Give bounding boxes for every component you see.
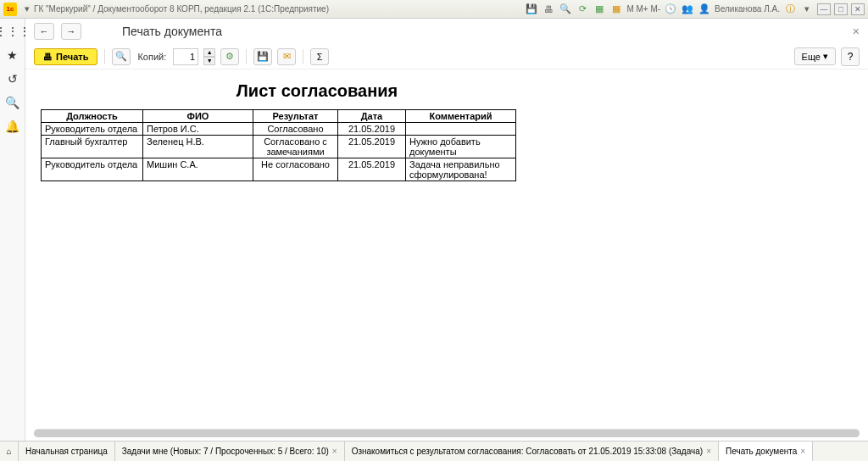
- col-position: Должность: [42, 110, 143, 123]
- chevron-down-icon: ▾: [823, 51, 828, 62]
- horizontal-scrollbar[interactable]: [34, 429, 860, 437]
- table-header-row: Должность ФИО Результат Дата Комментарий: [42, 110, 516, 123]
- tab-tasks[interactable]: Задачи мне (Новых: 7 / Просроченных: 5 /…: [115, 442, 345, 461]
- close-icon[interactable]: ×: [706, 447, 711, 456]
- print-icon[interactable]: 🖶: [542, 3, 555, 16]
- help-button[interactable]: ?: [841, 47, 860, 66]
- clock-icon[interactable]: 🕓: [664, 3, 677, 16]
- mail-button[interactable]: ✉: [277, 48, 296, 65]
- save-icon[interactable]: 💾: [525, 3, 538, 16]
- printer-icon: 🖶: [43, 52, 53, 62]
- copies-input[interactable]: [173, 48, 198, 65]
- star-icon[interactable]: ★: [5, 47, 20, 63]
- col-date: Дата: [338, 110, 406, 123]
- m-label: M M+ M-: [626, 4, 660, 14]
- calculator-icon[interactable]: ▦: [609, 3, 623, 16]
- close-button[interactable]: ✕: [851, 3, 865, 15]
- copies-spinner[interactable]: ▲ ▼: [203, 48, 215, 65]
- page-header: ← → Печать документа ×: [25, 19, 868, 44]
- history-icon[interactable]: ↺: [5, 71, 20, 86]
- sidebar: ⋮⋮⋮ ★ ↺ 🔍 🔔: [0, 19, 25, 441]
- table-row: Руководитель отдела Мишин С.А. Не соглас…: [42, 158, 516, 181]
- refresh-icon[interactable]: ⟳: [576, 3, 589, 16]
- users-icon[interactable]: 👥: [681, 3, 694, 16]
- preview-button[interactable]: 🔍: [112, 48, 131, 65]
- tab-print[interactable]: Печать документа×: [719, 442, 813, 461]
- close-icon[interactable]: ×: [332, 447, 337, 456]
- bottom-tabs: ⌂ Начальная страница Задачи мне (Новых: …: [0, 441, 868, 461]
- spinner-up-icon[interactable]: ▲: [203, 48, 215, 57]
- menu-grid-icon[interactable]: ⋮⋮⋮: [5, 24, 20, 39]
- approval-table: Должность ФИО Результат Дата Комментарий…: [41, 109, 516, 181]
- document-title: Лист согласования: [156, 81, 478, 101]
- dropdown-icon[interactable]: ▾: [20, 3, 34, 16]
- tab-approval[interactable]: Ознакомиться с результатом согласования:…: [345, 442, 719, 461]
- col-result: Результат: [253, 110, 338, 123]
- table-row: Руководитель отдела Петров И.С. Согласов…: [42, 123, 516, 136]
- search-icon[interactable]: 🔍: [5, 95, 20, 110]
- close-icon[interactable]: ×: [800, 447, 805, 456]
- spinner-down-icon[interactable]: ▼: [203, 57, 215, 65]
- back-button[interactable]: ←: [34, 23, 54, 40]
- document-area: Лист согласования Должность ФИО Результа…: [25, 69, 868, 429]
- close-page-icon[interactable]: ×: [853, 25, 860, 38]
- maximize-button[interactable]: □: [834, 3, 848, 15]
- print-button[interactable]: 🖶 Печать: [34, 48, 97, 65]
- toolbar: 🖶 Печать 🔍 Копий: ▲ ▼ ⚙ 💾 ✉ Σ Еще▾ ?: [25, 44, 868, 69]
- app-logo-icon: 1c: [3, 3, 17, 16]
- titlebar: 1c ▾ ГК "Меркурий" / Документооборот 8 К…: [0, 0, 868, 19]
- calendar-icon[interactable]: ▦: [593, 3, 606, 16]
- col-name: ФИО: [143, 110, 253, 123]
- copies-label: Копий:: [137, 52, 166, 62]
- tab-home[interactable]: Начальная страница: [19, 442, 115, 461]
- current-user: Великанова Л.А.: [715, 4, 780, 14]
- save-button[interactable]: 💾: [253, 48, 272, 65]
- col-comment: Комментарий: [406, 110, 516, 123]
- app-title: ГК "Меркурий" / Документооборот 8 КОРП, …: [34, 4, 329, 14]
- info-icon[interactable]: ⓘ: [783, 3, 797, 16]
- page-title: Печать документа: [122, 25, 222, 38]
- forward-button[interactable]: →: [61, 23, 81, 40]
- menu-icon[interactable]: ▾: [800, 3, 814, 16]
- home-icon[interactable]: ⌂: [0, 442, 19, 461]
- more-button[interactable]: Еще▾: [794, 47, 836, 65]
- minimize-button[interactable]: —: [817, 3, 831, 15]
- preview-icon[interactable]: 🔍: [559, 3, 572, 16]
- sum-button[interactable]: Σ: [310, 48, 329, 65]
- bell-icon[interactable]: 🔔: [5, 119, 20, 134]
- table-row: Главный бухгалтер Зеленец Н.В. Согласова…: [42, 136, 516, 158]
- settings-button[interactable]: ⚙: [220, 48, 239, 65]
- user-icon: 👤: [698, 3, 711, 16]
